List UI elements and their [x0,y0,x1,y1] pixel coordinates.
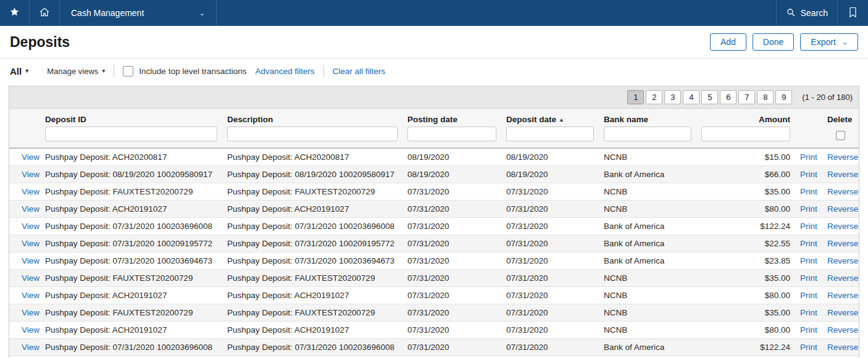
print-link[interactable]: Print [800,170,817,179]
deposit-date-column-header[interactable]: Deposit date▲ [501,109,599,125]
export-button-label: Export [811,37,835,47]
manage-views-dropdown[interactable]: Manage views ▾ [47,67,105,76]
reverse-link[interactable]: Reverse [827,152,858,162]
posting-date-cell: 07/31/2020 [403,252,501,270]
reverse-link[interactable]: Reverse [827,308,858,317]
bookmark-button[interactable] [837,0,868,26]
view-link[interactable]: View [22,256,40,265]
reverse-link[interactable]: Reverse [827,204,858,214]
deposit-date-cell: 08/19/2020 [501,166,599,183]
caret-down-icon: ▾ [25,68,28,74]
reverse-link[interactable]: Reverse [827,343,858,352]
deposit-date-cell: 07/31/2020 [501,287,599,304]
print-link[interactable]: Print [800,222,817,231]
delete-all-checkbox[interactable] [836,131,845,140]
include-top-level-checkbox[interactable] [123,66,133,77]
table-row: View Pushpay Deposit: FAUXTEST20200729 P… [9,183,859,201]
include-top-level-label: Include top level transactions [139,67,246,76]
deposit-id-cell: Pushpay Deposit: ACH20191027 [40,322,222,339]
view-link[interactable]: View [22,187,40,196]
print-link[interactable]: Print [800,152,817,162]
print-link[interactable]: Print [800,273,817,283]
deposit-id-filter-input[interactable] [45,127,217,141]
view-link[interactable]: View [22,204,40,214]
page-button[interactable]: 5 [701,90,718,104]
deposit-id-cell: Pushpay Deposit: FAUXTEST20200729 [40,183,222,201]
page-button[interactable]: 1 [627,90,644,104]
module-menu[interactable]: Cash Management ⌄ [60,0,217,26]
deposit-date-cell: 07/31/2020 [501,218,599,235]
amount-column-header[interactable]: Amount [696,109,795,125]
posting-date-filter-input[interactable] [407,127,496,141]
bookmark-icon [848,7,858,20]
home-button[interactable] [30,0,60,26]
page-button[interactable]: 2 [646,90,662,104]
search-button[interactable]: Search [776,0,837,26]
view-link[interactable]: View [22,325,40,335]
bank-name-cell: NCNB [599,201,696,218]
amount-cell: $122.24 [696,218,795,235]
reverse-link[interactable]: Reverse [827,325,858,335]
deposit-id-column-header[interactable]: Deposit ID [40,109,222,125]
view-link[interactable]: View [22,170,40,179]
print-link[interactable]: Print [800,256,817,265]
amount-filter-input[interactable] [701,127,790,141]
print-link[interactable]: Print [800,239,817,248]
page-button[interactable]: 8 [757,90,774,104]
description-filter-input[interactable] [227,127,398,141]
reverse-link[interactable]: Reverse [827,239,858,248]
header-actions: Add Done Export ⌄ [710,33,858,51]
print-link[interactable]: Print [800,187,817,196]
view-link[interactable]: View [22,239,40,248]
pagination-band: 123456789 (1 - 20 of 180) [9,86,859,109]
bank-name-column-header[interactable]: Bank name [599,109,696,125]
deposits-table-container: 123456789 (1 - 20 of 180) Deposit ID Des… [9,86,859,358]
print-link[interactable]: Print [800,343,817,352]
amount-cell: $23.85 [696,252,795,270]
page-button[interactable]: 6 [720,90,737,104]
advanced-filters-link[interactable]: Advanced filters [255,67,314,76]
print-link[interactable]: Print [800,291,817,300]
page-button[interactable]: 3 [664,90,681,104]
description-column-header[interactable]: Description [222,109,403,125]
reverse-link[interactable]: Reverse [827,222,858,231]
add-button[interactable]: Add [710,33,746,51]
description-cell: Pushpay Deposit: 07/31/2020 100203696008 [222,339,403,356]
pagination-pages: 123456789 [625,90,792,104]
view-selector-label: All [10,66,22,77]
bank-name-cell: Bank of America [599,235,696,252]
print-link[interactable]: Print [800,204,817,214]
done-button[interactable]: Done [753,33,794,51]
bank-name-filter-input[interactable] [604,127,691,141]
posting-date-cell: 07/31/2020 [403,287,501,304]
column-header-row: Deposit ID Description Posting date Depo… [9,109,859,125]
export-button[interactable]: Export ⌄ [800,33,858,51]
reverse-link[interactable]: Reverse [827,291,858,300]
favorites-button[interactable] [0,0,30,26]
view-link[interactable]: View [22,222,40,231]
bank-name-cell: Bank of America [599,356,696,358]
view-link[interactable]: View [22,273,40,283]
view-selector-dropdown[interactable]: All ▾ [10,66,28,77]
deposit-id-cell: Pushpay Deposit: 07/31/2020 100203696008 [40,339,222,356]
page-button[interactable]: 7 [738,90,755,104]
view-link[interactable]: View [22,343,40,352]
posting-date-cell: 07/31/2020 [403,322,501,339]
posting-date-column-header[interactable]: Posting date [403,109,501,125]
amount-cell: $35.00 [696,304,795,322]
print-link[interactable]: Print [800,308,817,317]
deposit-date-cell: 07/31/2020 [501,339,599,356]
print-link[interactable]: Print [800,325,817,335]
deposit-date-filter-input[interactable] [506,127,594,141]
view-link[interactable]: View [22,308,40,317]
reverse-link[interactable]: Reverse [827,256,858,265]
clear-all-filters-link[interactable]: Clear all filters [333,67,386,76]
page-button[interactable]: 4 [683,90,699,104]
view-link[interactable]: View [22,291,40,300]
view-link[interactable]: View [22,152,40,162]
page-button[interactable]: 9 [775,90,792,104]
reverse-link[interactable]: Reverse [827,187,858,196]
reverse-link[interactable]: Reverse [827,273,858,283]
deposit-id-cell: Pushpay Deposit: 07/31/2020 100203696008 [40,218,222,235]
reverse-link[interactable]: Reverse [827,170,858,179]
